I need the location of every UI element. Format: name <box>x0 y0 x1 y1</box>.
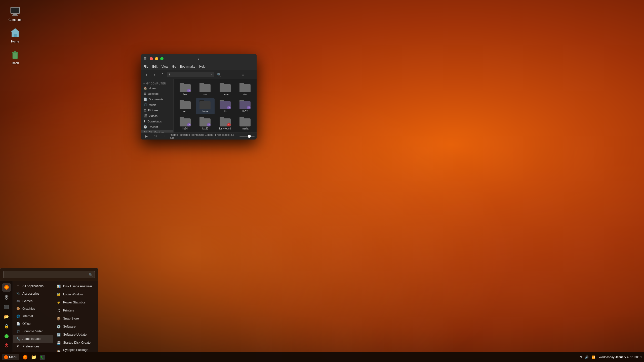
fm-item-libx32[interactable]: ↗ libx32 <box>196 115 215 131</box>
taskbar-app-files[interactable]: 📁 <box>30 353 37 361</box>
fm-sidebar-desktop[interactable]: 🖥 Desktop <box>141 91 173 97</box>
sidebar-icon-power[interactable]: ⏻ <box>2 341 11 350</box>
menu-app-printers[interactable]: 🖨 Printers <box>53 306 98 314</box>
desktop-icon-trash[interactable]: Trash <box>5 48 25 65</box>
fm-up-button[interactable]: ⌃ <box>159 71 166 78</box>
fm-item-dev[interactable]: dev <box>236 81 255 97</box>
fm-menu-file[interactable]: File <box>143 65 148 68</box>
menu-cat-sound-video[interactable]: 🎵 Sound & Video <box>13 328 53 335</box>
menu-cat-internet[interactable]: 🌐 Internet <box>13 312 53 320</box>
fm-path-bar[interactable]: / ✕ <box>167 72 214 77</box>
sidebar-icon-files[interactable]: 📂 <box>2 312 11 321</box>
files-icon: 📂 <box>4 314 9 319</box>
fm-minimize-button[interactable] <box>155 57 158 60</box>
fm-item-lib32[interactable]: ↗ lib32 <box>236 98 255 114</box>
menu-cat-all-applications[interactable]: ⊞ All Applications <box>13 282 53 290</box>
synaptic-package-manager-icon: 📋 <box>56 349 61 352</box>
fm-item-media[interactable]: media <box>236 115 255 131</box>
fm-item-cdrom[interactable]: cdrom <box>216 81 235 97</box>
fm-item-boot-label: boot <box>203 93 208 96</box>
fm-hamburger-icon[interactable]: ☰ <box>143 57 147 61</box>
menu-cat-office[interactable]: 📄 Office <box>13 320 53 328</box>
sidebar-icon-settings[interactable] <box>2 293 11 301</box>
taskbar-menu-button[interactable]: Menu <box>2 354 19 360</box>
fm-menu-bookmarks[interactable]: Bookmarks <box>180 65 195 68</box>
fm-1k-button[interactable]: 1k <box>152 133 159 140</box>
fm-sidebar-home-label: Home <box>149 87 156 90</box>
fm-play-button[interactable]: ▶ <box>143 133 150 140</box>
fm-path-clear[interactable]: ✕ <box>210 73 212 76</box>
menu-cat-games[interactable]: 🎮 Games <box>13 297 53 305</box>
menu-app-power-statistics[interactable]: ⚡ Power Statistics <box>53 298 98 306</box>
fm-item-lib[interactable]: ↗ lib <box>216 98 235 114</box>
fm-forward-button[interactable]: › <box>151 71 158 78</box>
fm-badge-arrow: ↗ <box>227 106 231 109</box>
svg-text:$_: $_ <box>41 356 44 359</box>
startup-disk-creator-icon: 💾 <box>56 340 61 345</box>
menu-app-synaptic-package-manager[interactable]: 📋 Synaptic Package Manager <box>53 347 98 352</box>
menu-cat-preferences-label: Preferences <box>22 345 39 348</box>
power-icon: ⏻ <box>5 343 9 348</box>
fm-item-bin[interactable]: ↗ bin <box>176 81 195 97</box>
desktop-icon-computer[interactable]: Computer <box>5 5 25 22</box>
desktop-icon-home[interactable]: Home <box>5 27 25 43</box>
fm-zoom-slider[interactable] <box>239 136 255 137</box>
taskbar-app-terminal[interactable]: $_ <box>38 353 46 361</box>
menu-app-snap-store-label: Snap Store <box>63 317 79 320</box>
fm-sidebar-documents[interactable]: 📄 Documents <box>141 97 173 102</box>
fm-3-button[interactable]: 3 <box>161 133 168 140</box>
taskbar-menu-label: Menu <box>9 355 17 359</box>
sidebar-icon-firefox[interactable] <box>2 283 11 292</box>
fm-sidebar-filesystem[interactable]: 💾 File System <box>141 130 173 132</box>
fm-item-etc[interactable]: etc <box>176 98 195 114</box>
menu-app-snap-store[interactable]: 📦 Snap Store <box>53 314 98 323</box>
menu-cat-graphics[interactable]: 🎨 Graphics <box>13 305 53 312</box>
fm-item-lostfound[interactable]: ✕ lost+found <box>216 115 235 131</box>
fm-menu-help[interactable]: Help <box>199 65 206 68</box>
menu-cat-places[interactable]: 📍 Places <box>13 350 53 352</box>
fm-back-button[interactable]: ‹ <box>143 71 150 78</box>
fm-sidebar-downloads[interactable]: ⬇ Downloads <box>141 119 173 124</box>
fm-item-home[interactable]: home <box>196 98 215 114</box>
fm-new-window-button[interactable]: ⊞ <box>223 71 230 78</box>
menu-app-software[interactable]: 💿 Software <box>53 323 98 331</box>
fm-maximize-button[interactable] <box>160 57 164 60</box>
sidebar-icon-terminal[interactable]: ⬛ <box>2 303 11 311</box>
fm-sidebar-pictures[interactable]: 🖼 Pictures <box>141 108 173 113</box>
fm-close-button[interactable] <box>150 57 153 60</box>
menu-app-login-window[interactable]: 🔐 Login Window <box>53 290 98 298</box>
menu-app-login-window-label: Login Window <box>63 293 83 296</box>
menu-cat-administration[interactable]: 🔧 Administration <box>13 335 53 343</box>
fm-sidebar-home[interactable]: 🏠 Home <box>141 85 173 91</box>
fm-list-view-button[interactable]: ≡ <box>239 71 247 78</box>
taskbar-app-firefox[interactable] <box>21 353 29 361</box>
fm-search-button[interactable]: 🔍 <box>215 71 222 78</box>
fm-menu-go[interactable]: Go <box>172 65 176 68</box>
fm-item-lib64[interactable]: ↗ lib64 <box>176 115 195 131</box>
start-menu: 🔍 ⬛ 📂 🔒 <box>0 268 98 352</box>
menu-app-software-updater[interactable]: 🔄 Software Updater <box>53 331 98 339</box>
menu-app-startup-disk-creator[interactable]: 💾 Startup Disk Creator <box>53 339 98 347</box>
fm-more-button[interactable]: ⋮ <box>248 71 255 78</box>
fm-sidebar-downloads-label: Downloads <box>147 120 162 123</box>
fm-folder-body <box>199 101 211 109</box>
search-icon: 🔍 <box>89 273 93 277</box>
fm-item-boot[interactable]: boot <box>196 81 215 97</box>
svg-rect-1 <box>11 8 19 13</box>
desktop-icons: Computer Home Trash <box>5 5 25 65</box>
fm-sidebar-music[interactable]: 🎵 Music <box>141 102 173 108</box>
fm-recent-icon: 🕐 <box>143 125 147 129</box>
fm-grid-view-button[interactable]: ⊞ <box>231 71 238 78</box>
menu-app-disk-usage-analyzer[interactable]: 📊 Disk Usage Analyzer <box>53 282 98 290</box>
fm-menu-view[interactable]: View <box>162 65 168 68</box>
sidebar-icon-green[interactable]: ⬤ <box>2 332 11 340</box>
sidebar-icon-lock[interactable]: 🔒 <box>2 322 11 330</box>
fm-sidebar-recent[interactable]: 🕐 Recent <box>141 124 173 130</box>
fm-menu-edit[interactable]: Edit <box>152 65 157 68</box>
taskbar: Menu 📁 $_ EN 🔊 📶 Wednesday January 4, 11… <box>0 352 644 362</box>
fm-main-area: ↗ bin boot <box>174 79 257 132</box>
fm-sidebar-videos[interactable]: 🎬 Videos <box>141 113 173 119</box>
menu-cat-preferences[interactable]: ⚙ Preferences <box>13 343 53 350</box>
menu-cat-accessories[interactable]: 📎 Accessories <box>13 290 53 297</box>
menu-search-input[interactable] <box>3 271 95 278</box>
